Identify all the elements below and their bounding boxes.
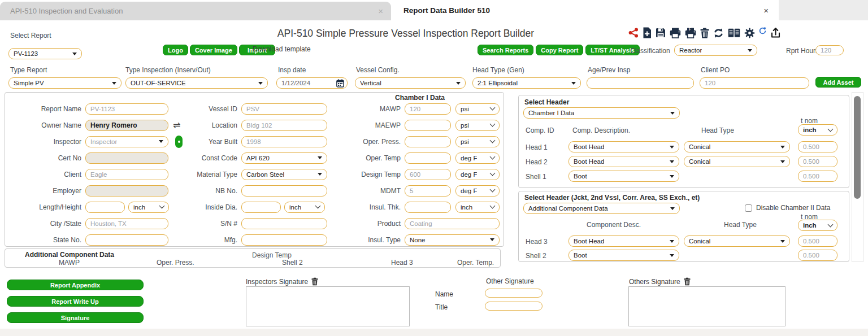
new-report-icon[interactable] (643, 27, 652, 38)
insul-thk-unit-select[interactable]: inch (455, 202, 500, 213)
employer-input[interactable] (85, 185, 168, 197)
print-icon[interactable] (670, 28, 681, 38)
head3-headtype-select[interactable]: Conical (684, 235, 790, 247)
length-unit-select[interactable]: inch (128, 202, 169, 213)
scrollbar-thumb[interactable] (854, 96, 861, 199)
const-code-select[interactable]: API 620 (241, 152, 327, 164)
design-temp-unit-select[interactable]: deg F (455, 169, 500, 180)
head2-desc-select[interactable]: Boot Head (568, 156, 679, 167)
settings-gear-icon[interactable] (744, 28, 755, 38)
head1-headtype-select[interactable]: Conical (684, 141, 790, 152)
material-type-select[interactable]: Carbon Steel (241, 169, 327, 180)
head2-tnom-input[interactable] (798, 156, 837, 167)
head-type-gen-select[interactable]: 2:1 Ellipsoidal (472, 77, 581, 89)
insul-thk-input[interactable] (405, 202, 451, 213)
header-select[interactable]: Chamber I Data (523, 107, 680, 119)
report-select[interactable]: PV-1123 (8, 48, 82, 59)
inspectors-signature-box[interactable] (246, 286, 410, 326)
close-icon[interactable]: × (378, 6, 383, 16)
close-icon[interactable]: × (763, 6, 769, 15)
logo-button[interactable]: Logo (163, 45, 188, 55)
classification-select[interactable]: Reactor (674, 45, 757, 56)
length-height-input[interactable] (85, 202, 125, 213)
type-inspection-select[interactable]: OUT-OF-SERVICE (125, 77, 268, 89)
cover-image-button[interactable]: Cover Image (190, 45, 237, 55)
add-asset-button[interactable]: Add Asset (815, 77, 861, 88)
mdmt-input[interactable] (405, 185, 451, 197)
mawp-unit-select[interactable]: psi (455, 103, 500, 115)
calendar-icon[interactable] (336, 79, 344, 88)
insul-type-select[interactable]: None (405, 234, 500, 246)
head2-headtype-select[interactable]: Conical (684, 156, 790, 167)
head3-tnom-input[interactable] (798, 235, 837, 247)
trash-icon[interactable] (311, 277, 318, 286)
type-report-select[interactable]: Simple PV (8, 77, 121, 89)
search-reports-button[interactable]: Search Reports (478, 45, 533, 55)
report-appendix-button[interactable]: Report Appendix (7, 280, 144, 290)
inspector-row: Inspector Inspector (10, 133, 183, 150)
tab-inspection-evaluation[interactable]: API-510 Inspection and Evaluation × (0, 2, 391, 20)
tnom-unit-select[interactable]: inch (798, 124, 837, 136)
maewp-row: MAEWP psi (337, 117, 500, 133)
print-final-icon[interactable]: F (685, 28, 696, 38)
delete-icon[interactable] (700, 28, 709, 38)
head1-tnom-input[interactable] (798, 141, 837, 152)
inspector-select[interactable]: Inspector (85, 136, 168, 147)
rprt-hours-input[interactable] (815, 45, 844, 55)
mfg-input[interactable] (241, 234, 327, 246)
nb-no-input[interactable] (241, 185, 327, 197)
age-prev-insp-input[interactable] (587, 77, 694, 89)
tab-report-data-builder[interactable]: Report Data Builder 510 × (391, 0, 779, 20)
owner-name-input[interactable] (85, 120, 168, 131)
oper-temp-input[interactable] (405, 152, 451, 164)
location-input[interactable] (241, 120, 327, 131)
chevron-down-icon (490, 171, 496, 176)
shell2-desc-select[interactable]: Boot (568, 250, 679, 261)
download-template-link[interactable]: Download template (253, 45, 311, 53)
mdmt-unit-select[interactable]: deg F (455, 185, 500, 197)
copy-report-button[interactable]: Copy Report (536, 45, 583, 55)
cert-no-input[interactable] (85, 152, 168, 164)
report-book-icon[interactable] (728, 28, 740, 38)
city-state-input[interactable] (85, 218, 168, 229)
upload-icon[interactable] (770, 27, 781, 38)
disable-chamber2-checkbox[interactable] (745, 204, 752, 212)
trash-icon[interactable] (684, 277, 691, 286)
share-icon[interactable] (628, 28, 639, 38)
shell2-tnom-input[interactable] (798, 250, 837, 261)
vessel-config-select[interactable]: Vertical (355, 77, 466, 89)
tnom2-unit-select[interactable]: inch (798, 220, 837, 231)
year-built-input[interactable] (241, 136, 327, 147)
head1-desc-select[interactable]: Boot Head (568, 141, 679, 152)
insp-date-wrap (276, 77, 348, 89)
header2-select[interactable]: Additional Component Data (523, 203, 680, 214)
undo-history-icon[interactable] (759, 27, 766, 34)
save-icon[interactable] (656, 28, 666, 38)
shell1-desc-select[interactable]: Boot (568, 171, 679, 182)
oper-press-input[interactable] (405, 136, 451, 147)
vessel-id-input[interactable] (241, 103, 327, 115)
maewp-input[interactable] (405, 120, 451, 131)
oper-temp-unit-select[interactable]: deg F (455, 152, 500, 164)
maewp-unit-select[interactable]: psi (455, 120, 500, 131)
report-name-input[interactable] (85, 103, 168, 115)
client-po-input[interactable] (700, 77, 809, 89)
inside-dia-input[interactable] (241, 202, 281, 213)
others-signature-box[interactable] (628, 286, 785, 326)
design-temp-input[interactable] (405, 169, 451, 180)
head-type2-colhead: Head Type (724, 221, 757, 229)
other-title-input[interactable] (485, 302, 542, 311)
oper-press-unit-select[interactable]: psi (455, 136, 500, 147)
sync-icon[interactable] (713, 28, 724, 38)
client-input[interactable] (85, 169, 168, 180)
signature-button[interactable]: Signature (7, 312, 144, 323)
product-input[interactable] (405, 218, 500, 229)
other-name-input[interactable] (485, 289, 542, 298)
inside-dia-unit-select[interactable]: inch (284, 202, 325, 213)
serial-no-input[interactable] (241, 218, 327, 229)
shell1-tnom-input[interactable] (798, 171, 837, 182)
state-no-input[interactable] (85, 234, 168, 246)
head3-desc-select[interactable]: Boot Head (568, 235, 679, 247)
report-write-up-button[interactable]: Report Write Up (7, 296, 144, 307)
mawp-input[interactable] (405, 103, 451, 115)
